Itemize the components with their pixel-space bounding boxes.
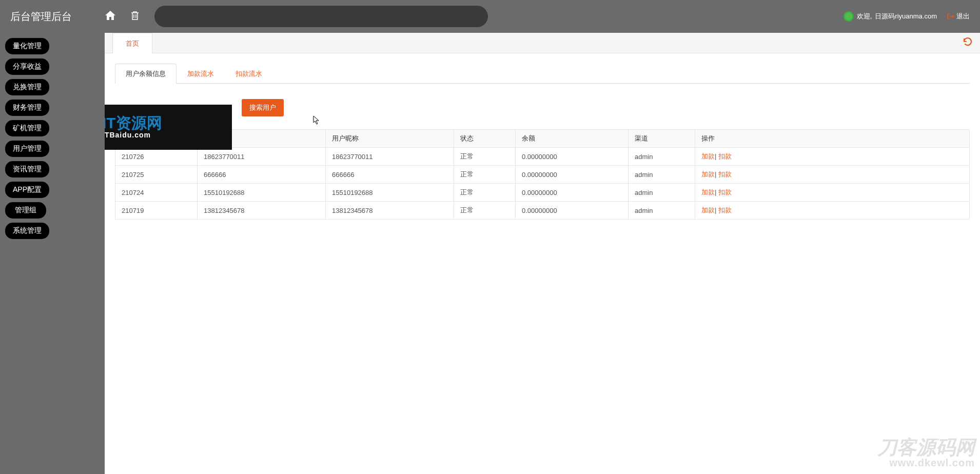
sidebar-item-miner[interactable]: 矿机管理	[5, 120, 49, 136]
app-title: 后台管理后台	[10, 10, 80, 24]
cell-action: 加款| 扣款	[695, 184, 970, 202]
cell-channel: admin	[629, 148, 695, 166]
search-row: 搜索用户	[115, 99, 970, 116]
cell-nickname: 666666	[326, 166, 454, 184]
action-deduct[interactable]: 扣款	[718, 170, 732, 178]
main-area: 首页 IT资源网 ITBaidu.com 用户余额信息 加款流水 扣款流水 搜索…	[105, 33, 980, 474]
welcome-user: 日源码riyuanma.com	[875, 12, 937, 21]
tab-bar: 首页	[105, 33, 980, 53]
search-user-button[interactable]: 搜索用户	[242, 99, 284, 116]
header-icons	[105, 11, 139, 23]
cell-id: 210719	[115, 202, 198, 220]
cell-nickname: 18623770011	[326, 148, 454, 166]
table-row: 210725666666666666正常0.00000000admin加款| 扣…	[115, 166, 970, 184]
cell-username: 15510192688	[198, 184, 326, 202]
content-area: IT资源网 ITBaidu.com 用户余额信息 加款流水 扣款流水 搜索用户 …	[105, 53, 980, 474]
sidebar-item-news[interactable]: 资讯管理	[5, 161, 49, 177]
cell-nickname: 15510192688	[326, 184, 454, 202]
sidebar-item-quant[interactable]: 量化管理	[5, 38, 49, 54]
sub-tab-add[interactable]: 加款流水	[177, 64, 225, 84]
sidebar-item-system[interactable]: 系统管理	[5, 223, 49, 239]
cell-status: 正常	[454, 184, 516, 202]
sidebar-item-share[interactable]: 分享收益	[5, 58, 49, 75]
col-action: 操作	[695, 130, 970, 148]
cell-balance: 0.00000000	[516, 184, 629, 202]
cell-id: 210726	[115, 148, 198, 166]
action-add[interactable]: 加款	[701, 170, 715, 178]
cell-action: 加款| 扣款	[695, 148, 970, 166]
cell-id: 210724	[115, 184, 198, 202]
action-add[interactable]: 加款	[701, 152, 715, 160]
header-search-input[interactable]	[154, 6, 488, 27]
action-deduct[interactable]: 扣款	[718, 152, 732, 160]
sub-tab-balance[interactable]: 用户余额信息	[115, 64, 177, 84]
action-add[interactable]: 加款	[701, 188, 715, 196]
user-table: 用户ID 用户名 用户昵称 状态 余额 渠道 操作 21072618623770…	[115, 129, 970, 220]
avatar	[844, 11, 854, 22]
cell-channel: admin	[629, 166, 695, 184]
col-nickname: 用户昵称	[326, 130, 454, 148]
col-status: 状态	[454, 130, 516, 148]
cell-nickname: 13812345678	[326, 202, 454, 220]
cell-status: 正常	[454, 166, 516, 184]
sub-tab-deduct[interactable]: 扣款流水	[225, 64, 273, 84]
logout-label: 退出	[956, 12, 970, 21]
cell-username: 666666	[198, 166, 326, 184]
cell-username: 18623770011	[198, 148, 326, 166]
col-channel: 渠道	[629, 130, 695, 148]
sidebar: 量化管理 分享收益 兑换管理 财务管理 矿机管理 用户管理 资讯管理 APP配置…	[0, 33, 105, 474]
logout-icon	[947, 13, 954, 20]
cell-channel: admin	[629, 184, 695, 202]
header-right: 欢迎, 日源码riyuanma.com 退出	[844, 11, 970, 22]
sidebar-item-exchange[interactable]: 兑换管理	[5, 79, 49, 95]
table-row: 2107241551019268815510192688正常0.00000000…	[115, 184, 970, 202]
refresh-icon[interactable]	[963, 37, 972, 49]
cell-username: 13812345678	[198, 202, 326, 220]
cell-status: 正常	[454, 148, 516, 166]
cell-action: 加款| 扣款	[695, 166, 970, 184]
trash-icon[interactable]	[131, 11, 139, 23]
home-icon[interactable]	[105, 11, 115, 23]
sidebar-item-app[interactable]: APP配置	[5, 182, 49, 198]
cell-status: 正常	[454, 202, 516, 220]
table-row: 2107191381234567813812345678正常0.00000000…	[115, 202, 970, 220]
action-deduct[interactable]: 扣款	[718, 188, 732, 196]
sub-tabs: 用户余额信息 加款流水 扣款流水	[115, 64, 970, 84]
action-add[interactable]: 加款	[701, 206, 715, 214]
watermark-main: IT资源网	[105, 115, 162, 131]
header-bar: 后台管理后台 欢迎, 日源码riyuanma.com 退出	[0, 0, 980, 33]
sidebar-item-admin[interactable]: 管理组	[5, 202, 46, 219]
cell-balance: 0.00000000	[516, 166, 629, 184]
col-balance: 余额	[516, 130, 629, 148]
logout-button[interactable]: 退出	[947, 12, 970, 21]
sidebar-item-user[interactable]: 用户管理	[5, 141, 49, 157]
sidebar-item-finance[interactable]: 财务管理	[5, 100, 49, 116]
cell-balance: 0.00000000	[516, 202, 629, 220]
cell-channel: admin	[629, 202, 695, 220]
tab-home[interactable]: 首页	[112, 33, 152, 53]
action-deduct[interactable]: 扣款	[718, 206, 732, 214]
welcome-block: 欢迎, 日源码riyuanma.com	[844, 11, 937, 22]
watermark-overlay: IT资源网 ITBaidu.com	[105, 105, 232, 150]
table-header-row: 用户ID 用户名 用户昵称 状态 余额 渠道 操作	[115, 130, 970, 148]
cell-balance: 0.00000000	[516, 148, 629, 166]
cell-id: 210725	[115, 166, 198, 184]
table-row: 2107261862377001118623770011正常0.00000000…	[115, 148, 970, 166]
welcome-prefix: 欢迎,	[857, 12, 872, 21]
watermark-sub: ITBaidu.com	[105, 131, 162, 139]
cell-action: 加款| 扣款	[695, 202, 970, 220]
